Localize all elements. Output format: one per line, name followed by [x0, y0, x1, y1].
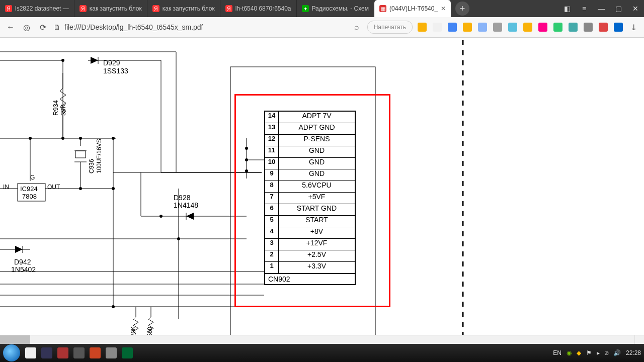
ic924-g: G	[30, 174, 35, 181]
back-button[interactable]: ←	[5, 22, 16, 33]
task-app6-icon[interactable]	[122, 347, 133, 358]
browser-tab[interactable]: ✦Радиосхемы. - Схем	[297, 0, 375, 17]
tab-title: lh-t6540 6870r6540a	[235, 5, 291, 12]
start-button[interactable]	[3, 344, 20, 361]
tray-flag-icon[interactable]: ⚑	[586, 349, 592, 356]
svg-point-14	[61, 137, 64, 140]
ic924-in: IN	[3, 184, 9, 191]
extensions-row	[418, 23, 623, 32]
extension-icon[interactable]	[614, 23, 623, 32]
address-bar: ← ◎ ⟳ 🗎 file:///D:/Desktop/lg_lh-t6540_t…	[0, 17, 644, 38]
tab-close-icon[interactable]: ✕	[441, 5, 446, 12]
browser-tab[interactable]: Якак запустить блок	[74, 0, 147, 17]
c936-ref: C936	[88, 159, 95, 173]
task-app1-icon[interactable]	[41, 347, 52, 358]
extension-icon[interactable]	[448, 23, 457, 32]
print-button[interactable]: Напечатать	[367, 21, 413, 34]
tray-volume-icon[interactable]: 🔊	[613, 349, 621, 356]
svg-rect-18	[75, 151, 86, 158]
pdf-viewport[interactable]: D929 1SS133 R934 39K C936 100UF/16VS IC9…	[0, 38, 644, 344]
extension-icon[interactable]	[433, 23, 442, 32]
tray-battery-icon[interactable]: ⎚	[605, 349, 608, 356]
d942-val: 1N5402	[11, 265, 36, 274]
browser-tab[interactable]: ▦(044V)LH-T6540_✕	[374, 0, 451, 17]
settings-lines-icon[interactable]: ≡	[576, 0, 593, 17]
minimize-button[interactable]: —	[593, 0, 610, 17]
new-tab-button[interactable]: +	[455, 2, 469, 16]
d928-val: 1N4148	[174, 201, 198, 209]
tab-favicon: ✦	[302, 5, 309, 12]
d929-val: 1SS133	[103, 67, 128, 75]
task-app5-icon[interactable]	[106, 347, 117, 358]
r934-ref: R934	[52, 100, 59, 116]
page-icon: 🗎	[53, 23, 60, 31]
extension-icon[interactable]	[584, 23, 593, 32]
tray-app-icon[interactable]: ◆	[577, 349, 581, 356]
url-text: file:///D:/Desktop/lg_lh-t6540_t6545x_sm…	[64, 23, 203, 31]
highlight-box	[234, 94, 390, 307]
tab-favicon: Я	[225, 5, 232, 12]
windows-taskbar: EN ◉ ◆ ⚑ ▸ ⎚ 🔊 22:28	[0, 344, 644, 362]
r934-val: 39K	[59, 104, 67, 116]
d929-ref: D929	[103, 59, 120, 67]
tab-favicon: Я	[152, 5, 159, 12]
reload-button[interactable]: ⟳	[37, 22, 48, 33]
extension-icon[interactable]	[418, 23, 427, 32]
task-yandex-icon[interactable]	[25, 347, 36, 358]
task-app4-icon[interactable]	[90, 347, 101, 358]
tray-lang[interactable]: EN	[553, 349, 561, 356]
tab-title: как запустить блок	[163, 5, 215, 12]
browser-tab[interactable]: Яls2822 datasheet —	[0, 0, 74, 17]
extension-icon[interactable]	[569, 23, 578, 32]
d928-ref: D928	[174, 194, 190, 202]
tab-title: ls2822 datasheet —	[15, 5, 69, 12]
svg-point-26	[79, 187, 82, 190]
tab-favicon: Я	[79, 5, 87, 12]
search-icon[interactable]: ⌕	[351, 22, 362, 33]
tab-favicon: Я	[5, 5, 12, 12]
c936-val: 100UF/16VS	[96, 139, 103, 173]
task-app2-icon[interactable]	[57, 347, 68, 358]
task-app3-icon[interactable]	[73, 347, 85, 358]
extension-icon[interactable]	[463, 23, 472, 32]
d942-ref: D942	[14, 258, 31, 266]
ic924-val: 7808	[22, 193, 37, 200]
window-controls: ◧ ≡ — ▢ ✕	[558, 0, 644, 17]
url-display[interactable]: 🗎 file:///D:/Desktop/lg_lh-t6540_t6545x_…	[53, 23, 295, 31]
tab-title: как запустить блок	[90, 5, 142, 12]
extension-icon[interactable]	[523, 23, 532, 32]
extension-icon[interactable]	[538, 23, 547, 32]
ic924-ref: IC924	[20, 185, 38, 193]
tab-title: Радиосхемы. - Схем	[312, 5, 369, 12]
extension-icon[interactable]	[508, 23, 517, 32]
browser-tab-strip: Яls2822 datasheet —Якак запустить блокЯк…	[0, 0, 644, 17]
tab-title: (044V)LH-T6540_	[389, 5, 438, 12]
shield-icon[interactable]: ◎	[21, 22, 32, 33]
tray-clock[interactable]: 22:28	[626, 349, 641, 356]
tab-favicon: ▦	[379, 5, 386, 12]
download-icon[interactable]: ⤓	[628, 22, 639, 33]
system-tray: EN ◉ ◆ ⚑ ▸ ⎚ 🔊 22:28	[553, 349, 641, 356]
tab-overview-icon[interactable]: ◧	[558, 0, 576, 17]
horizontal-scrollbar[interactable]	[0, 335, 635, 344]
ic924-out: OUT	[47, 184, 60, 191]
svg-marker-34	[186, 213, 194, 220]
svg-point-5	[61, 59, 64, 62]
tray-network-icon[interactable]: ▸	[597, 349, 600, 356]
extension-icon[interactable]	[478, 23, 487, 32]
scroll-corner	[634, 335, 644, 344]
svg-point-46	[112, 305, 115, 308]
extension-icon[interactable]	[599, 23, 608, 32]
extension-icon[interactable]	[553, 23, 562, 32]
browser-tab[interactable]: Якак запустить блок	[147, 0, 220, 17]
extension-icon[interactable]	[493, 23, 502, 32]
close-window-button[interactable]: ✕	[627, 0, 644, 17]
tray-nvidia-icon[interactable]: ◉	[567, 349, 572, 356]
browser-tab[interactable]: Яlh-t6540 6870r6540a	[220, 0, 297, 17]
maximize-button[interactable]: ▢	[610, 0, 627, 17]
